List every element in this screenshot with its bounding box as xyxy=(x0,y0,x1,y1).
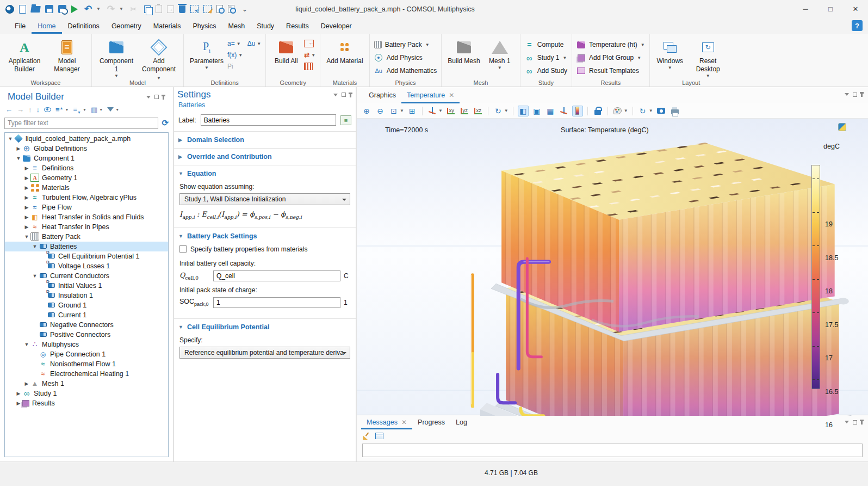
view-yz-icon[interactable]: yz xyxy=(459,106,470,116)
menu-home[interactable]: Home xyxy=(32,18,61,34)
transparency-icon[interactable]: ◧ xyxy=(518,106,529,116)
select-box-icon[interactable] xyxy=(190,5,199,13)
float-panel-icon[interactable] xyxy=(853,420,857,425)
customize-toolbar-icon[interactable] xyxy=(239,4,250,15)
pin-panel-icon[interactable] xyxy=(861,92,863,97)
copy-icon[interactable] xyxy=(144,5,151,13)
tree-node[interactable]: ▼∴Multiphysics xyxy=(5,340,168,349)
menu-mesh[interactable]: Mesh xyxy=(222,18,251,34)
undo-icon[interactable] xyxy=(83,4,94,15)
rotate-caret-icon[interactable]: ▼ xyxy=(504,108,509,113)
delete-icon[interactable] xyxy=(179,5,185,13)
menu-materials[interactable]: Materials xyxy=(147,18,187,34)
open-file-icon[interactable] xyxy=(30,6,41,13)
tree-node[interactable]: ▼Battery Pack xyxy=(5,232,168,242)
parameter-case-button[interactable]: Pi xyxy=(227,61,261,71)
tree-expander-icon[interactable]: ▼ xyxy=(32,273,38,279)
add-study-button[interactable]: ∞Add Study xyxy=(525,65,567,76)
section-override[interactable]: ▶Override and Contribution xyxy=(174,148,356,165)
forward-icon[interactable]: → xyxy=(17,106,24,114)
label-input[interactable] xyxy=(201,114,336,126)
update-plot-icon[interactable]: ↻ xyxy=(637,106,648,116)
nonlocal-couplings-button[interactable]: Δu▼ xyxy=(247,39,262,48)
cut-icon[interactable] xyxy=(128,4,139,15)
tree-expander-icon[interactable]: ▶ xyxy=(15,146,22,151)
tree-node[interactable]: ≈Electrochemical Heating 1 xyxy=(5,369,168,379)
component-button[interactable]: Component 1▼ xyxy=(96,36,137,80)
tree-node[interactable]: Voltage Losses 1 xyxy=(5,261,168,271)
clear-messages-icon[interactable] xyxy=(362,432,370,440)
tree-expander-icon[interactable]: ▼ xyxy=(7,136,14,142)
zoom-out-icon[interactable]: ⊖ xyxy=(375,106,386,116)
move-down-icon[interactable]: ↓ xyxy=(36,106,40,114)
maximize-button[interactable]: □ xyxy=(818,0,843,18)
tree-node[interactable]: ▶≡Definitions xyxy=(5,163,168,173)
tree-node[interactable]: ▼Component 1 xyxy=(5,153,168,163)
tree-node[interactable]: ▼liquid_cooled_battery_pack_a.mph xyxy=(5,134,168,144)
tree-node[interactable]: ▶≈Turbulent Flow, Algebraic yPlus xyxy=(5,193,168,202)
minimize-button[interactable]: ─ xyxy=(793,0,818,18)
model-manager-button[interactable]: Model Manager xyxy=(47,36,87,75)
comsol-logo-icon[interactable] xyxy=(5,5,14,14)
equation-study-dropdown[interactable]: Study 1, Wall Distance Initialization xyxy=(179,193,350,205)
plot-thumbnail-icon[interactable] xyxy=(838,123,846,131)
tree-expander-icon[interactable]: ▼ xyxy=(15,156,22,161)
tree-expander-icon[interactable]: ▶ xyxy=(23,195,30,200)
tree-node[interactable]: Initial Values 1 xyxy=(5,281,168,291)
duplicate-icon[interactable] xyxy=(167,5,174,13)
tree-node[interactable]: ▶▲Mesh 1 xyxy=(5,379,168,389)
temperature-plot-button[interactable]: Temperature (ht)▼ xyxy=(576,39,645,50)
pin-panel-icon[interactable] xyxy=(350,93,351,97)
scene-light-icon[interactable]: ▣ xyxy=(531,106,542,116)
float-panel-icon[interactable] xyxy=(342,93,346,97)
tree-node[interactable]: ▶∞Study 1 xyxy=(5,389,168,398)
redo-icon[interactable] xyxy=(106,4,116,15)
functions-button[interactable]: f(x)▼ xyxy=(227,50,261,60)
move-up-icon[interactable]: ↑ xyxy=(28,106,32,114)
tree-node[interactable]: ▶≈Pipe Flow xyxy=(5,202,168,212)
view-xy-icon[interactable]: xy xyxy=(445,106,456,116)
panel-menu-icon[interactable] xyxy=(845,421,849,423)
add-material-button[interactable]: Add Material xyxy=(325,36,364,66)
back-icon[interactable]: ← xyxy=(5,106,13,114)
help-button[interactable]: ? xyxy=(852,20,863,31)
tree-expander-icon[interactable]: ▶ xyxy=(15,401,22,406)
color-palette-caret-icon[interactable]: ▼ xyxy=(624,108,628,113)
tree-expander-icon[interactable]: ▶ xyxy=(23,381,30,386)
tree-node[interactable]: Ground 1 xyxy=(5,300,168,310)
zoom-extents-icon[interactable]: ⊞ xyxy=(407,106,418,116)
tree-expander-icon[interactable]: ▶ xyxy=(23,224,30,230)
specify-properties-checkbox[interactable] xyxy=(179,245,187,253)
save-icon[interactable] xyxy=(45,5,53,13)
message-log-icon[interactable] xyxy=(375,433,383,439)
messages-output[interactable] xyxy=(362,444,863,457)
tree-expander-icon[interactable]: ▶ xyxy=(23,185,30,190)
menu-definitions[interactable]: Definitions xyxy=(62,18,106,34)
battery-pack-interface-button[interactable]: Battery Pack▼ xyxy=(374,39,437,50)
tab-log[interactable]: Log xyxy=(450,415,473,429)
tree-node[interactable]: Positive Connectors xyxy=(5,330,168,340)
tab-messages[interactable]: Messages✕ xyxy=(361,415,412,429)
add-plot-group-button[interactable]: Add Plot Group▼ xyxy=(576,52,645,63)
menu-file[interactable]: File xyxy=(9,18,32,34)
tree-node[interactable]: ▶Materials xyxy=(5,183,168,193)
tree-node[interactable]: Negative Connectors xyxy=(5,320,168,330)
run-icon[interactable] xyxy=(71,5,78,13)
close-tab-icon[interactable]: ✕ xyxy=(449,91,454,99)
zoom-in-icon[interactable]: ⊕ xyxy=(361,106,372,116)
menu-study[interactable]: Study xyxy=(251,18,280,34)
panel-menu-icon[interactable] xyxy=(146,96,151,99)
view-xz-icon[interactable]: xz xyxy=(473,106,483,116)
tree-node[interactable]: ≈Nonisothermal Flow 1 xyxy=(5,359,168,369)
update-plot-caret-icon[interactable]: ▼ xyxy=(649,108,653,113)
tree-expander-icon[interactable]: ▼ xyxy=(23,234,30,239)
go-to-view-icon[interactable] xyxy=(427,106,438,116)
menu-physics[interactable]: Physics xyxy=(187,18,222,34)
study1-button[interactable]: ∞Study 1▼ xyxy=(525,52,567,63)
compute-button[interactable]: =Compute xyxy=(525,39,567,50)
tree-node[interactable]: ▶Results xyxy=(5,398,168,408)
brush-box-icon[interactable] xyxy=(203,5,212,13)
pin-panel-icon[interactable] xyxy=(861,420,863,425)
tree-node[interactable]: ▶⊕Global Definitions xyxy=(5,144,168,153)
tree-node[interactable]: ▶≈Heat Transfer in Pipes xyxy=(5,222,168,232)
